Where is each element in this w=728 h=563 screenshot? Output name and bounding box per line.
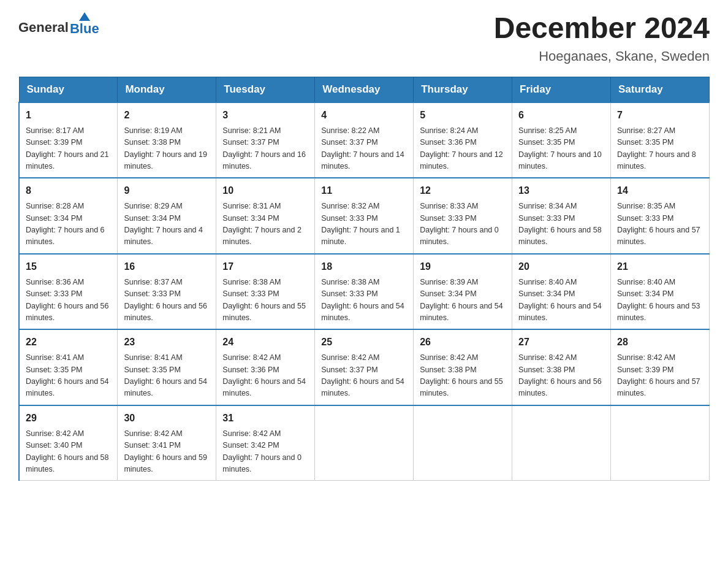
- day-number: 28: [617, 335, 703, 350]
- day-info: Sunrise: 8:39 AMSunset: 3:34 PMDaylight:…: [420, 277, 506, 324]
- table-row: 5Sunrise: 8:24 AMSunset: 3:36 PMDaylight…: [414, 102, 512, 178]
- day-info: Sunrise: 8:41 AMSunset: 3:35 PMDaylight:…: [124, 352, 210, 400]
- page-header: General Blue December 2024 Hoeganaes, Sk…: [18, 12, 710, 64]
- table-row: 30Sunrise: 8:42 AMSunset: 3:41 PMDayligh…: [118, 405, 216, 481]
- table-row: 11Sunrise: 8:32 AMSunset: 3:33 PMDayligh…: [315, 178, 414, 254]
- day-info: Sunrise: 8:24 AMSunset: 3:36 PMDaylight:…: [420, 125, 506, 173]
- table-row: 12Sunrise: 8:33 AMSunset: 3:33 PMDayligh…: [414, 178, 512, 254]
- day-number: 20: [518, 259, 604, 274]
- month-title: December 2024: [494, 12, 710, 45]
- day-info: Sunrise: 8:42 AMSunset: 3:37 PMDaylight:…: [321, 352, 407, 400]
- day-info: Sunrise: 8:32 AMSunset: 3:33 PMDaylight:…: [321, 201, 407, 248]
- day-number: 26: [420, 335, 506, 350]
- day-number: 10: [222, 183, 308, 198]
- logo: General Blue: [18, 12, 99, 36]
- day-info: Sunrise: 8:40 AMSunset: 3:34 PMDaylight:…: [617, 277, 703, 324]
- table-row: 2Sunrise: 8:19 AMSunset: 3:38 PMDaylight…: [118, 102, 216, 178]
- day-number: 31: [222, 411, 308, 426]
- table-row: 23Sunrise: 8:41 AMSunset: 3:35 PMDayligh…: [118, 329, 216, 405]
- day-info: Sunrise: 8:42 AMSunset: 3:40 PMDaylight:…: [26, 428, 111, 476]
- table-row: 31Sunrise: 8:42 AMSunset: 3:42 PMDayligh…: [216, 405, 315, 481]
- table-row: 6Sunrise: 8:25 AMSunset: 3:35 PMDaylight…: [512, 102, 611, 178]
- day-info: Sunrise: 8:42 AMSunset: 3:41 PMDaylight:…: [124, 428, 210, 476]
- table-row: [315, 405, 414, 481]
- col-monday: Monday: [118, 77, 216, 102]
- day-number: 27: [518, 335, 604, 350]
- day-number: 3: [222, 108, 308, 123]
- table-row: 4Sunrise: 8:22 AMSunset: 3:37 PMDaylight…: [315, 102, 414, 178]
- table-row: 27Sunrise: 8:42 AMSunset: 3:38 PMDayligh…: [512, 329, 611, 405]
- day-info: Sunrise: 8:22 AMSunset: 3:37 PMDaylight:…: [321, 125, 407, 173]
- col-wednesday: Wednesday: [315, 77, 414, 102]
- col-sunday: Sunday: [19, 77, 118, 102]
- table-row: 15Sunrise: 8:36 AMSunset: 3:33 PMDayligh…: [19, 254, 118, 330]
- day-number: 2: [124, 108, 210, 123]
- day-info: Sunrise: 8:19 AMSunset: 3:38 PMDaylight:…: [124, 125, 210, 173]
- day-number: 9: [124, 183, 210, 198]
- day-info: Sunrise: 8:37 AMSunset: 3:33 PMDaylight:…: [124, 277, 210, 324]
- day-number: 11: [321, 183, 407, 198]
- day-info: Sunrise: 8:17 AMSunset: 3:39 PMDaylight:…: [26, 125, 111, 173]
- table-row: 10Sunrise: 8:31 AMSunset: 3:34 PMDayligh…: [216, 178, 315, 254]
- day-number: 14: [617, 183, 703, 198]
- day-info: Sunrise: 8:25 AMSunset: 3:35 PMDaylight:…: [518, 125, 604, 173]
- table-row: 1Sunrise: 8:17 AMSunset: 3:39 PMDaylight…: [19, 102, 118, 178]
- calendar-week-row: 29Sunrise: 8:42 AMSunset: 3:40 PMDayligh…: [19, 405, 710, 481]
- calendar-week-row: 8Sunrise: 8:28 AMSunset: 3:34 PMDaylight…: [19, 178, 710, 254]
- day-info: Sunrise: 8:28 AMSunset: 3:34 PMDaylight:…: [26, 201, 111, 248]
- table-row: 13Sunrise: 8:34 AMSunset: 3:33 PMDayligh…: [512, 178, 611, 254]
- day-number: 25: [321, 335, 407, 350]
- day-number: 7: [617, 108, 703, 123]
- day-info: Sunrise: 8:33 AMSunset: 3:33 PMDaylight:…: [420, 201, 506, 248]
- day-number: 8: [26, 183, 111, 198]
- col-thursday: Thursday: [414, 77, 512, 102]
- day-info: Sunrise: 8:29 AMSunset: 3:34 PMDaylight:…: [124, 201, 210, 248]
- table-row: 16Sunrise: 8:37 AMSunset: 3:33 PMDayligh…: [118, 254, 216, 330]
- day-info: Sunrise: 8:42 AMSunset: 3:38 PMDaylight:…: [420, 352, 506, 400]
- table-row: 24Sunrise: 8:42 AMSunset: 3:36 PMDayligh…: [216, 329, 315, 405]
- calendar-week-row: 15Sunrise: 8:36 AMSunset: 3:33 PMDayligh…: [19, 254, 710, 330]
- day-info: Sunrise: 8:42 AMSunset: 3:36 PMDaylight:…: [222, 352, 308, 400]
- day-info: Sunrise: 8:40 AMSunset: 3:34 PMDaylight:…: [518, 277, 604, 324]
- day-info: Sunrise: 8:42 AMSunset: 3:38 PMDaylight:…: [518, 352, 604, 400]
- title-area: December 2024 Hoeganaes, Skane, Sweden: [494, 12, 710, 64]
- day-number: 13: [518, 183, 604, 198]
- day-number: 19: [420, 259, 506, 274]
- col-friday: Friday: [512, 77, 611, 102]
- table-row: [512, 405, 611, 481]
- table-row: 26Sunrise: 8:42 AMSunset: 3:38 PMDayligh…: [414, 329, 512, 405]
- table-row: 14Sunrise: 8:35 AMSunset: 3:33 PMDayligh…: [611, 178, 710, 254]
- table-row: 25Sunrise: 8:42 AMSunset: 3:37 PMDayligh…: [315, 329, 414, 405]
- calendar-week-row: 1Sunrise: 8:17 AMSunset: 3:39 PMDaylight…: [19, 102, 710, 178]
- day-info: Sunrise: 8:41 AMSunset: 3:35 PMDaylight:…: [26, 352, 111, 400]
- logo-general-text: General: [18, 20, 69, 36]
- table-row: [414, 405, 512, 481]
- day-number: 6: [518, 108, 604, 123]
- day-number: 22: [26, 335, 111, 350]
- table-row: 29Sunrise: 8:42 AMSunset: 3:40 PMDayligh…: [19, 405, 118, 481]
- table-row: 3Sunrise: 8:21 AMSunset: 3:37 PMDaylight…: [216, 102, 315, 178]
- day-info: Sunrise: 8:34 AMSunset: 3:33 PMDaylight:…: [518, 201, 604, 248]
- day-number: 17: [222, 259, 308, 274]
- day-info: Sunrise: 8:38 AMSunset: 3:33 PMDaylight:…: [222, 277, 308, 324]
- day-number: 1: [26, 108, 111, 123]
- day-number: 18: [321, 259, 407, 274]
- day-number: 23: [124, 335, 210, 350]
- table-row: 7Sunrise: 8:27 AMSunset: 3:35 PMDaylight…: [611, 102, 710, 178]
- logo-blue-text: Blue: [70, 22, 99, 36]
- col-tuesday: Tuesday: [216, 77, 315, 102]
- day-info: Sunrise: 8:31 AMSunset: 3:34 PMDaylight:…: [222, 201, 308, 248]
- day-number: 29: [26, 411, 111, 426]
- day-info: Sunrise: 8:36 AMSunset: 3:33 PMDaylight:…: [26, 277, 111, 324]
- calendar-table: Sunday Monday Tuesday Wednesday Thursday…: [18, 77, 710, 481]
- table-row: 20Sunrise: 8:40 AMSunset: 3:34 PMDayligh…: [512, 254, 611, 330]
- table-row: [611, 405, 710, 481]
- table-row: 17Sunrise: 8:38 AMSunset: 3:33 PMDayligh…: [216, 254, 315, 330]
- day-info: Sunrise: 8:42 AMSunset: 3:42 PMDaylight:…: [222, 428, 308, 476]
- day-number: 21: [617, 259, 703, 274]
- day-number: 15: [26, 259, 111, 274]
- day-number: 5: [420, 108, 506, 123]
- table-row: 28Sunrise: 8:42 AMSunset: 3:39 PMDayligh…: [611, 329, 710, 405]
- day-info: Sunrise: 8:27 AMSunset: 3:35 PMDaylight:…: [617, 125, 703, 173]
- day-info: Sunrise: 8:21 AMSunset: 3:37 PMDaylight:…: [222, 125, 308, 173]
